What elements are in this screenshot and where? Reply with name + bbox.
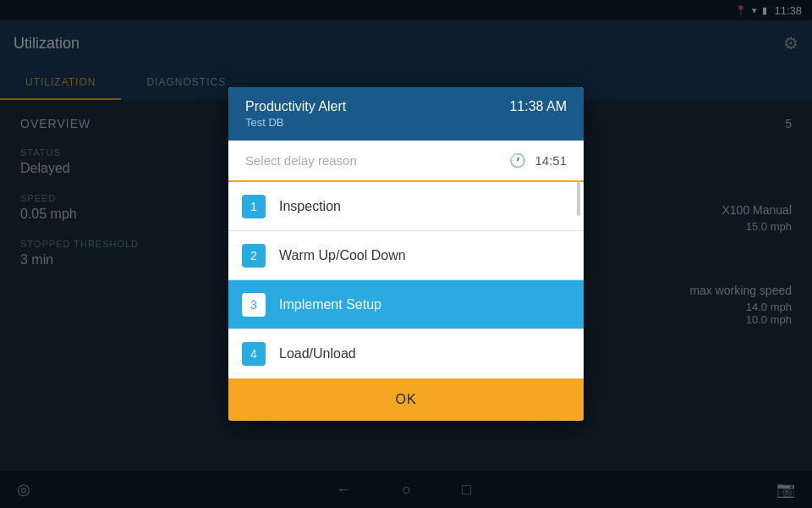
- dialog-subtitle: Test DB: [245, 116, 346, 129]
- list-item-load-unload[interactable]: 4 Load/Unload: [228, 329, 584, 378]
- modal-overlay: Productivity Alert Test DB 11:38 AM Sele…: [0, 0, 812, 508]
- dialog-title: Productivity Alert: [245, 99, 346, 114]
- item-number-3: 3: [242, 293, 266, 317]
- dialog-time: 11:38 AM: [509, 99, 567, 114]
- search-placeholder: Select delay reason: [245, 153, 501, 168]
- list-item-implement-setup[interactable]: 3 Implement Setup: [228, 280, 584, 329]
- item-label-warmup: Warm Up/Cool Down: [279, 248, 406, 263]
- search-time: 14:51: [535, 153, 567, 168]
- clock-icon: 🕐: [509, 152, 526, 168]
- dialog-list-wrapper: 1 Inspection 2 Warm Up/Cool Down 3 Imple…: [228, 182, 584, 378]
- delay-reason-search[interactable]: Select delay reason 🕐 14:51: [228, 141, 584, 182]
- delay-reason-list: 1 Inspection 2 Warm Up/Cool Down 3 Imple…: [228, 182, 584, 378]
- scroll-indicator: [577, 182, 580, 216]
- item-label-implement-setup: Implement Setup: [279, 297, 381, 312]
- productivity-alert-dialog: Productivity Alert Test DB 11:38 AM Sele…: [228, 87, 584, 421]
- list-item-inspection[interactable]: 1 Inspection: [228, 182, 584, 231]
- item-number-1: 1: [242, 195, 266, 218]
- dialog-header: Productivity Alert Test DB 11:38 AM: [228, 87, 584, 141]
- item-number-2: 2: [242, 244, 266, 268]
- list-item-warmup[interactable]: 2 Warm Up/Cool Down: [228, 231, 584, 280]
- item-number-4: 4: [242, 342, 266, 366]
- item-label-load-unload: Load/Unload: [279, 346, 356, 362]
- ok-button[interactable]: OK: [228, 378, 584, 421]
- item-label-inspection: Inspection: [279, 199, 341, 214]
- ok-button-label: OK: [395, 392, 416, 406]
